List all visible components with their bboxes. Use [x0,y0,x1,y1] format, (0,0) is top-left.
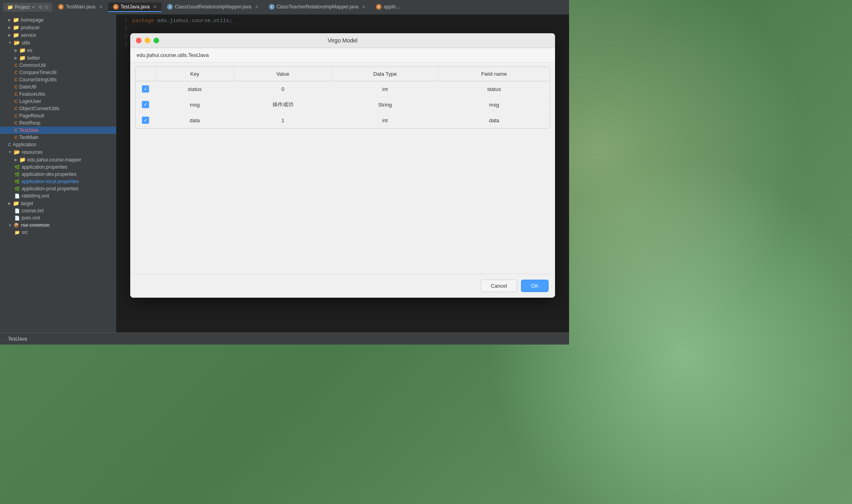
sidebar-item-resources[interactable]: ▼ 📂 resources [0,148,116,156]
row3-checkbox-cell: ✓ [135,113,156,128]
row3-fieldname: data [438,113,550,128]
sidebar-item-course-iml[interactable]: 📄 course.iml [0,207,116,214]
module-icon: 📦 [14,223,19,228]
dialog-class-name: edu.jiahui.course.utils.TestJava [130,48,555,62]
col-header-checkbox [135,67,156,81]
sidebar-item-rabbitmq[interactable]: 📄 rabbitmq.xml [0,192,116,200]
sidebar-item-utils[interactable]: ▼ 📂 utils [0,39,116,46]
app-icon: C [8,142,11,147]
tab-ClassTeacher-close[interactable]: ✕ [362,4,365,10]
xml-icon: 📄 [14,194,20,199]
sidebar-item-RestResp[interactable]: C RestResp [0,119,116,127]
window-close-button[interactable] [136,38,141,43]
row2-key: msg [156,97,234,113]
tab-applic-label: applic... [384,4,400,10]
sidebar-item-service[interactable]: ▶ 📁 service [0,31,116,39]
tab-applic[interactable]: C applic... [371,2,405,12]
sidebar-item-TestJava[interactable]: C TestJava [0,127,116,134]
bottom-tab-label[interactable]: TestJava [4,335,31,343]
row2-value: 操作成功 [234,97,332,113]
virgo-model-dialog: Virgo Model edu.jiahui.course.utils.Test… [130,33,555,298]
sidebar-label-app-local-props: application-local.properties [22,179,79,184]
sidebar-label-utils: utils [22,40,30,46]
col-header-key: Key [156,67,234,81]
java-icon: C [58,4,64,10]
tab-TestMain-close[interactable]: ✕ [99,4,103,10]
sidebar-label-TestMain: TestMain [19,135,38,140]
dialog-titlebar: Virgo Model [130,33,555,48]
tab-TestJava[interactable]: C TestJava.java ✕ [108,2,162,12]
sidebar-label-TestJava: TestJava [19,127,38,133]
sidebar-item-app-local-props[interactable]: 🌿 application-local.properties [0,178,116,185]
sidebar-item-FeatureUtils[interactable]: C FeatureUtils [0,91,116,98]
table-header-row: Key Value Data Type Field name [135,67,550,81]
sidebar-label-es: es [27,48,32,53]
layout-icon: ⊟ [44,4,48,10]
sidebar-item-Application[interactable]: C Application [0,141,116,148]
row1-fieldname: status [438,81,550,97]
sidebar-item-app-prod-props[interactable]: 🌿 application-prod.properties [0,185,116,192]
sidebar-item-CompareTimeUtil[interactable]: C CompareTimeUtil [0,69,116,76]
sidebar-item-rse-common[interactable]: ▼ 📦 rse-common [0,222,116,229]
tab-ClassTeacher[interactable]: I ClassTeacherRelationshipMapper.java ✕ [264,2,370,12]
folder-icon-producer: 📁 [13,24,19,30]
row1-checkbox[interactable]: ✓ [142,85,149,93]
col-header-fieldname: Field name [438,67,550,81]
sidebar-item-CourseStringUtils[interactable]: C CourseStringUtils [0,76,116,83]
sidebar-item-DateUtil[interactable]: C DateUtil [0,83,116,91]
tab-ClassGood[interactable]: I ClassGoodRelationshipMapper.java ✕ [162,2,263,12]
sidebar-label-mapper: edu.jiahui.course.mapper [27,157,81,163]
window-maximize-button[interactable] [153,38,159,43]
sidebar-item-target[interactable]: ▶ 📁 target [0,200,116,207]
folder-icon-mapper: 📁 [19,157,26,163]
row1-key: status [156,81,234,97]
sidebar-label-FeatureUtils: FeatureUtils [19,91,45,97]
sidebar-item-app-dev-props[interactable]: 🌿 application-dev.properties [0,171,116,178]
tab-ClassGood-label: ClassGoodRelationshipMapper.java [175,4,251,10]
sidebar-item-TestMain[interactable]: C TestMain [0,134,116,141]
sidebar-label-rabbitmq: rabbitmq.xml [22,193,49,199]
cancel-button[interactable]: Cancel [481,280,517,292]
row1-checkbox-cell: ✓ [135,81,156,97]
dialog-footer: Cancel OK [130,274,555,298]
sidebar: ▶ 📁 homepage ▶ 📁 producer ▶ 📁 service ▼ … [0,14,116,333]
props-local-icon: 🌿 [14,179,20,184]
class-icon-LoginUser: C [14,99,18,104]
sidebar-item-ObjectConvertUtils[interactable]: C ObjectConvertUtils [0,105,116,112]
class-icon-TestJava: C [14,128,18,133]
sidebar-item-LoginUser[interactable]: C LoginUser [0,98,116,105]
tab-ClassGood-close[interactable]: ✕ [255,4,258,10]
sidebar-item-homepage[interactable]: ▶ 📁 homepage [0,16,116,24]
pom-icon: 📄 [14,216,20,221]
sidebar-label-DateUtil: DateUtil [19,84,36,90]
sidebar-label-app-dev-props: application-dev.properties [22,171,77,177]
model-table-container: Key Value Data Type Field name [135,67,550,129]
ide-window: 📁 Project ▼ ⚙ ⊟ C TestMain.java ✕ C Test… [0,0,569,345]
sidebar-item-PageResult[interactable]: C PageResult [0,112,116,119]
sidebar-item-CommonUtil[interactable]: C CommonUtil [0,62,116,69]
props-dev-icon: 🌿 [14,172,20,177]
sidebar-item-pom[interactable]: 📄 pom.xml [0,214,116,222]
folder-icon-es: 📁 [19,47,26,53]
sidebar-label-rse-common: rse-common [21,222,50,228]
ok-button[interactable]: OK [521,280,549,292]
model-table: Key Value Data Type Field name [135,67,550,128]
tab-TestJava-close[interactable]: ✕ [153,4,157,10]
project-tab[interactable]: 📁 Project ▼ ⚙ ⊟ [3,3,52,12]
bottom-panel: TestJava [0,333,569,345]
code-area: 1 package edu.jiahui.course.utils; 2 3 ⊖… [116,14,569,333]
table-row: ✓ data 1 int data [135,113,550,128]
row2-checkbox[interactable]: ✓ [142,101,149,108]
tab-TestMain[interactable]: C TestMain.java ✕ [53,2,107,12]
sidebar-item-twitter[interactable]: ▶ 📁 twitter [0,54,116,62]
sidebar-item-producer[interactable]: ▶ 📁 producer [0,24,116,31]
sidebar-item-src[interactable]: 📁 src [0,229,116,236]
table-row: ✓ status 0 int status [135,81,550,97]
props-icon: 🌿 [14,165,20,170]
sidebar-item-mapper[interactable]: ▶ 📁 edu.jiahui.course.mapper [0,156,116,163]
row3-checkbox[interactable]: ✓ [142,117,149,124]
sidebar-item-es[interactable]: ▶ 📁 es [0,46,116,54]
sidebar-item-app-props[interactable]: 🌿 application.properties [0,163,116,171]
sidebar-label-resources: resources [22,149,43,155]
window-minimize-button[interactable] [145,38,150,43]
